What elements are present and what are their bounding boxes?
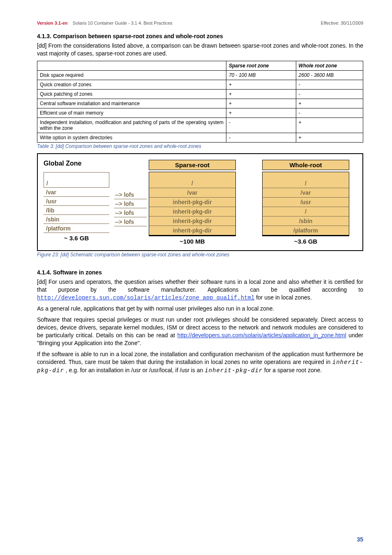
gz-row: /sbin [44,215,109,224]
section-414-p2: As a general rule, applications that get… [37,305,363,313]
global-zone-title: Global Zone [44,160,109,170]
comparison-table: Sparse root zone Whole root zone Disk sp… [37,61,363,143]
qualif-link[interactable]: http://developers.sun.com/solaris/articl… [37,295,254,301]
sparse-row: inherit-pkg-dir [149,216,235,226]
appzone-link[interactable]: http://developers.sun.com/solaris/articl… [178,332,346,339]
sparse-row: inherit-pkg-dir [149,198,235,207]
gz-row: /lib [44,206,109,215]
lofs-arrow: --> lofs [114,190,147,199]
gz-blank [44,172,109,179]
header-title: Solaris 10 Container Guide - 3.1 4. Best… [73,21,173,25]
sparse-row: /var [149,188,235,198]
table-row: Quick creation of zones+- [37,80,363,89]
lofs-arrow: --> lofs [114,208,147,217]
sparse-row: inherit-pkg-dir [149,207,235,216]
whole-row: /sbin [263,216,349,226]
gz-row: /var [44,188,109,197]
table-row: Efficient use of main memory+- [37,108,363,117]
table-row: Quick patching of zones+- [37,89,363,99]
header-effective: Effective: 30/11/2009 [321,21,363,25]
page-header: Version 3.1-en Solaris 10 Container Guid… [37,21,363,25]
th-attribute [37,61,226,70]
sparse-panel: / /var inherit-pkg-dir inherit-pkg-dir i… [149,172,236,235]
whole-total: ~3.6 GB [262,235,349,247]
header-version: Version 3.1-en [37,21,68,25]
section-414-p4: If the software is able to run in a loca… [37,350,363,375]
gz-row: /usr [44,197,109,206]
table-caption: Table 3: [dd] Comparison between sparse-… [37,143,363,149]
inherit-code: inherit-pkg-dir [205,367,263,374]
whole-row: /platform [263,226,349,235]
section-414-heading: 4.1.4. Software in zones [37,269,363,276]
whole-panel: / /var /usr / /sbin /platform [262,172,349,235]
section-414-p1: [dd] For users and operators, the questi… [37,278,363,302]
figure-caption: Figure 23: [dd] Schematic comparison bet… [37,252,363,258]
table-row: Disk space required70 - 100 MB2600 - 360… [37,70,363,80]
whole-row: /var [263,188,349,198]
sparse-row: / [149,179,235,188]
section-413-heading: 4.1.3. Comparison between sparse-root zo… [37,33,363,39]
zones-diagram: Global Zone / /var /usr /lib /sbin /plat… [37,153,363,251]
lofs-arrow: --> lofs [114,217,147,226]
whole-row: /usr [263,198,349,207]
sparse-total: ~100 MB [149,235,236,247]
sparse-row: inherit-pkg-dir [149,226,235,235]
table-row: Central software installation and mainte… [37,99,363,108]
whole-row: / [263,179,349,188]
table-row: Write option in system directories-+ [37,133,363,142]
gz-row: /platform [44,224,109,233]
gz-row: / [44,179,109,188]
whole-row: / [263,207,349,216]
whole-title: Whole-root [262,160,349,170]
page-number: 35 [357,536,363,543]
th-whole: Whole root zone [296,61,363,70]
gz-total: ~ 3.6 GB [44,233,109,244]
th-sparse: Sparse root zone [226,61,296,70]
sparse-title: Sparse-root [149,160,236,170]
table-row: Independent installation, modification a… [37,117,363,133]
section-413-intro: [dd] From the considerations listed abov… [37,42,363,58]
section-414-p3: Software that requires special privilege… [37,316,363,347]
lofs-arrow: --> lofs [114,199,147,208]
